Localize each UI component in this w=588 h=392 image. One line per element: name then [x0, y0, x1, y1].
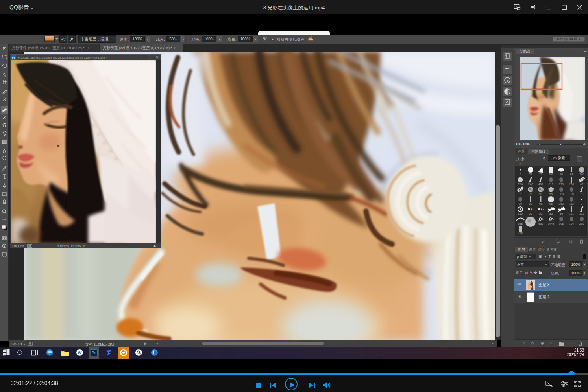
- svg-text:125: 125: [569, 192, 574, 196]
- svg-text:93: 93: [570, 173, 573, 176]
- svg-text:5: 5: [520, 173, 521, 176]
- svg-text:95: 95: [549, 202, 553, 206]
- svg-text:190: 190: [518, 212, 523, 215]
- svg-text:55: 55: [549, 192, 553, 196]
- svg-text:108: 108: [559, 222, 564, 225]
- svg-text:965: 965: [538, 222, 544, 225]
- svg-text:191: 191: [569, 212, 574, 215]
- svg-text:135: 135: [579, 212, 584, 215]
- svg-text:98: 98: [539, 202, 542, 206]
- svg-text:85: 85: [549, 212, 553, 215]
- svg-text:70: 70: [580, 192, 583, 196]
- svg-text:308: 308: [559, 192, 564, 196]
- svg-text:215: 215: [549, 182, 554, 186]
- svg-text:90: 90: [560, 173, 563, 176]
- svg-text:236: 236: [579, 222, 584, 225]
- svg-text:288: 288: [569, 182, 574, 186]
- svg-text:113: 113: [569, 202, 574, 206]
- svg-text:80: 80: [529, 202, 532, 206]
- svg-text:294: 294: [518, 182, 523, 186]
- svg-text:1448: 1448: [548, 222, 555, 225]
- svg-text:56: 56: [529, 212, 532, 215]
- svg-text:154: 154: [569, 222, 574, 225]
- svg-text:688: 688: [518, 222, 523, 225]
- svg-text:262: 262: [559, 202, 564, 206]
- svg-text:37: 37: [519, 192, 522, 196]
- svg-text:401: 401: [538, 182, 544, 186]
- svg-text:90: 90: [539, 192, 542, 196]
- svg-text:26: 26: [529, 192, 532, 196]
- svg-text:70: 70: [539, 173, 542, 176]
- svg-text:45: 45: [580, 182, 583, 186]
- svg-text:57: 57: [529, 173, 532, 176]
- svg-text:3: 3: [581, 202, 582, 206]
- svg-text:86: 86: [560, 212, 563, 215]
- svg-text:90: 90: [519, 202, 522, 206]
- svg-text:270: 270: [559, 182, 564, 186]
- svg-text:55: 55: [539, 212, 542, 215]
- svg-text:246: 246: [579, 173, 584, 176]
- svg-text:246: 246: [528, 182, 533, 186]
- svg-text:200: 200: [549, 173, 554, 176]
- svg-text:458: 458: [518, 232, 523, 235]
